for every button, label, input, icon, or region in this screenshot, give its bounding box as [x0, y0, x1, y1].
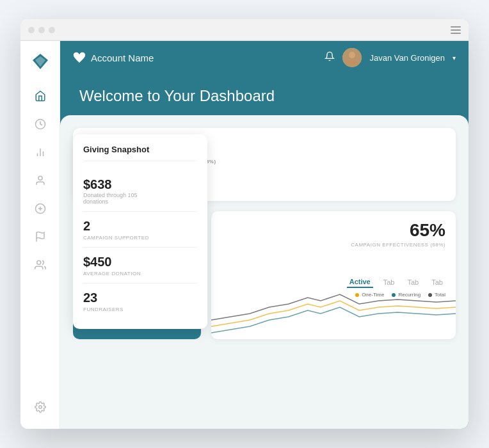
topbar-logo-text: Account Name [91, 52, 154, 63]
snapshot-amount: $638 Donated through 105donations [83, 170, 197, 212]
effectiveness-label: CAMPAIGN EFFECTIVENESS (68%) [351, 242, 445, 248]
snapshot-fundraisers-value: 23 [83, 290, 197, 305]
heart-diamond-icon [73, 51, 86, 64]
snapshot-avg-value: $450 [83, 254, 197, 269]
browser-dot-green [49, 27, 55, 33]
welcome-hero: Welcome to Your Dashboard [60, 74, 469, 115]
sidebar-item-campaigns[interactable] [29, 225, 52, 248]
snapshot-avg-label: AVERAGE DONATION [83, 271, 197, 276]
topbar-logo: Account Name [73, 51, 154, 64]
sidebar-item-settings[interactable] [29, 396, 52, 419]
svg-point-12 [349, 52, 355, 58]
effectiveness-value: 65% [410, 220, 445, 241]
snapshot-fundraisers-label: FUNDRAISERS [83, 307, 197, 312]
snapshot-amount-sub: Donated through 105donations [83, 192, 197, 205]
giving-snapshot-title: Giving Snapshot [83, 145, 197, 161]
main-content: Account Name [60, 41, 469, 429]
browser-menu-icon[interactable] [451, 26, 461, 34]
sidebar-item-home[interactable] [29, 84, 52, 108]
chevron-down-icon: ▾ [453, 54, 456, 61]
sidebar-item-donations[interactable] [29, 197, 52, 220]
browser-dot-yellow [38, 27, 45, 33]
effectiveness-card: 65% CAMPAIGN EFFECTIVENESS (68%) Active … [211, 211, 456, 339]
sidebar-item-analytics[interactable] [29, 141, 52, 164]
svg-point-10 [38, 406, 42, 409]
giving-snapshot-card: Giving Snapshot $638 Donated through 105… [73, 134, 207, 329]
snapshot-campaigns-value: 2 [83, 218, 197, 234]
topbar-username: Javan Van Gronigen [369, 53, 445, 63]
snapshot-campaigns: 2 CAMPAIGN SUPPORTED [83, 212, 197, 248]
svg-point-4 [38, 176, 42, 180]
svg-point-9 [36, 260, 40, 264]
topbar: Account Name [60, 41, 469, 74]
sidebar-item-users[interactable] [29, 253, 52, 276]
app-layout: Account Name [20, 41, 469, 429]
browser-dots [28, 27, 55, 33]
snapshot-amount-value: $638 [83, 177, 197, 192]
avatar [342, 48, 362, 67]
topbar-right: Javan Van Gronigen ▾ [325, 48, 456, 67]
browser-dot-red [28, 27, 35, 33]
sidebar-item-profile[interactable] [29, 169, 52, 192]
line-chart [211, 275, 456, 339]
sidebar-logo [30, 51, 51, 72]
snapshot-fundraisers: 23 FUNDRAISERS [83, 284, 197, 319]
sidebar [20, 41, 60, 429]
browser-window: Account Name [20, 19, 469, 429]
welcome-title: Welcome to Your Dashboard [79, 87, 449, 105]
bell-icon[interactable] [325, 51, 335, 64]
browser-chrome [20, 19, 469, 41]
snapshot-avg: $450 AVERAGE DONATION [83, 248, 197, 284]
snapshot-campaigns-label: CAMPAIGN SUPPORTED [83, 235, 197, 241]
sidebar-item-history[interactable] [29, 113, 52, 136]
dashboard-area: Fundraising Details DONATIONS (84%) $19,… [60, 115, 469, 429]
